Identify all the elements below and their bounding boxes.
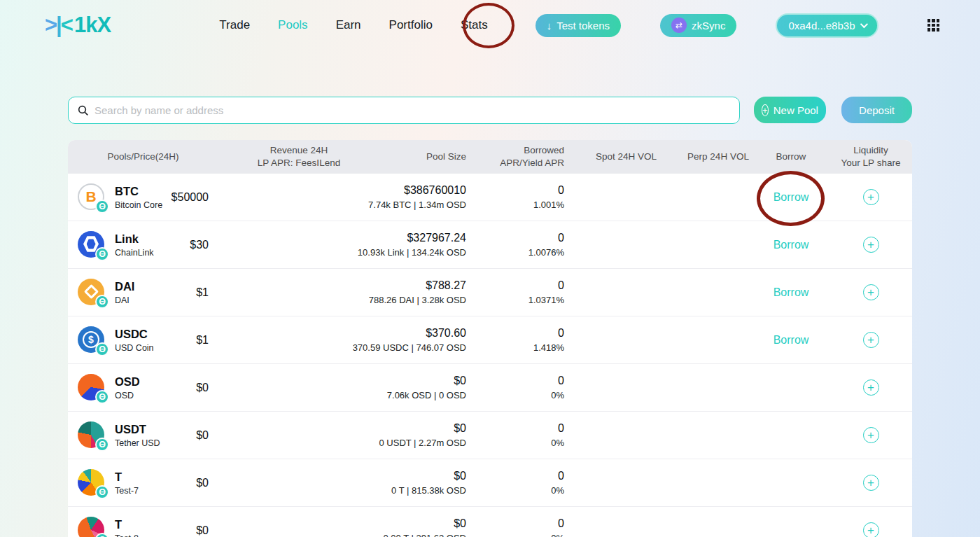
apr-value: 0% [470,485,564,496]
osd-badge-icon: Θ [95,295,109,309]
token-names: USDT Tether USD [115,423,160,448]
token-price: $0 [196,477,209,489]
liquidity-cell: + [830,332,912,348]
pool-size-usd: $0 [341,517,466,530]
borrowed-amount: 0 [470,232,564,244]
borrowed-cell: 0 0% [470,422,568,448]
token-price: $0 [196,429,209,442]
token-names: OSD OSD [115,375,140,400]
column-header-pools: Pools/Price(24H) [68,151,218,163]
network-button[interactable]: ⇄ zkSync [660,14,736,37]
wallet-address-button[interactable]: 0xa4d...e8b3b [776,13,878,38]
nav-item-pools[interactable]: Pools [278,18,308,32]
borrowed-amount: 0 [470,375,564,387]
apr-value: 0% [470,390,564,400]
osd-badge-icon: Θ [95,247,109,261]
pool-size-cell: $0 7.06k OSD | 0 OSD [341,375,470,400]
search-box[interactable] [68,97,740,124]
test-tokens-label: Test tokens [556,20,610,32]
add-liquidity-icon[interactable]: + [863,189,879,205]
table-row[interactable]: Θ T Test-7 $0 $0 0 T | 815.38k OSD 0 0% … [68,459,912,507]
down-arrow-icon: ↓ [547,20,552,32]
liquidity-cell: + [830,522,912,537]
apps-grid-icon[interactable] [927,19,940,32]
deposit-button[interactable]: Deposit [841,97,912,123]
borrow-cell: Borrow [752,239,830,251]
logo-text: 1kX [74,13,111,37]
token-symbol: Link [115,232,154,246]
add-liquidity-icon[interactable]: + [863,237,879,253]
nav-item-portfolio[interactable]: Portfolio [389,18,433,32]
table-row[interactable]: Θ T Test-8 $0 $0 0.00 T | 391.63 OSD 0 0… [68,507,912,537]
deposit-label: Deposit [859,104,895,116]
pool-size-cell: $0 0 USDT | 2.27m OSD [341,422,470,448]
table-row[interactable]: $ $ Θ USDC USD Coin $1 $370.60 370.59 US… [68,316,912,364]
pool-size-cell: $0 0.00 T | 391.63 OSD [341,517,470,537]
plus-circle-icon: + [762,104,769,116]
token-symbol: T [115,470,139,484]
pool-size-usd: $370.60 [341,327,466,340]
token-price: $1 [196,334,209,347]
column-header-spot-vol: Spot 24H VOL [568,151,684,163]
token-symbol: USDC [115,328,154,341]
table-row[interactable]: B B Θ BTC Bitcoin Core $50000 $386760010… [68,174,912,221]
liquidity-cell: + [830,284,912,300]
nav-item-trade[interactable]: Trade [219,18,250,32]
add-liquidity-icon[interactable]: + [863,475,879,491]
pool-size-usd: $0 [341,375,466,387]
pools-toolbar: + New Pool Deposit [68,97,912,124]
test-tokens-button[interactable]: ↓ Test tokens [536,14,621,37]
nav-item-earn[interactable]: Earn [336,18,361,32]
token-icon: Θ [78,469,106,497]
new-pool-button[interactable]: + New Pool [754,97,826,123]
add-liquidity-icon[interactable]: + [863,379,879,396]
borrowed-cell: 0 1.0076% [470,232,568,258]
pool-size-detail: 10.93k Link | 134.24k OSD [341,247,466,258]
token-icon: Θ [78,231,106,259]
osd-badge-icon: Θ [95,390,109,404]
add-liquidity-icon[interactable]: + [863,522,879,537]
table-row[interactable]: Θ USDT Tether USD $0 $0 0 USDT | 2.27m O… [68,412,912,459]
brand-logo[interactable]: >|<1kX [45,13,111,38]
top-nav-bar: >|<1kX Trade Pools Earn Portfolio Stats … [0,0,980,38]
logo-mark: > [45,13,56,37]
borrowed-cell: 0 1.0371% [470,279,568,305]
column-header-pool-size: Pool Size [341,151,470,163]
pool-size-detail: 7.06k OSD | 0 OSD [341,390,466,400]
apr-value: 1.001% [470,200,564,210]
apr-value: 1.0371% [470,295,564,305]
token-name: OSD [115,391,140,400]
token-name: USD Coin [115,343,154,353]
liquidity-cell: + [830,379,912,396]
search-input[interactable] [94,104,730,116]
table-row[interactable]: Θ OSD OSD $0 $0 7.06k OSD | 0 OSD 0 0% + [68,364,912,412]
borrowed-amount: 0 [470,470,564,482]
apr-value: 1.418% [470,342,564,353]
pool-size-cell: $386760010 7.74k BTC | 1.34m OSD [341,184,470,210]
liquidity-cell: + [830,427,912,443]
borrowed-cell: 0 0% [470,470,568,496]
nav-item-stats[interactable]: Stats [461,18,488,32]
token-icon: Θ [78,374,106,402]
pool-size-usd: $788.27 [341,279,466,292]
borrow-link[interactable]: Borrow [774,286,809,298]
token-icon: B B Θ [78,183,106,211]
token-price: $1 [196,286,209,299]
chevron-down-icon [860,20,867,28]
new-pool-label: New Pool [774,104,818,116]
pool-size-detail: 370.59 USDC | 746.07 OSD [341,342,466,353]
add-liquidity-icon[interactable]: + [863,284,879,300]
token-icon: Θ [78,517,106,537]
table-row[interactable]: Θ Link ChainLink $30 $327967.24 10.93k L… [68,221,912,269]
borrow-link[interactable]: Borrow [774,239,809,251]
add-liquidity-icon[interactable]: + [863,332,879,348]
borrow-link[interactable]: Borrow [774,334,809,346]
borrowed-amount: 0 [470,184,564,197]
add-liquidity-icon[interactable]: + [863,427,879,443]
table-row[interactable]: Θ DAI DAI $1 $788.27 788.26 DAI | 3.28k … [68,269,912,316]
borrowed-amount: 0 [470,327,564,340]
osd-badge-icon: Θ [95,200,109,214]
borrow-link[interactable]: Borrow [774,191,809,203]
token-price: $50000 [172,191,209,204]
token-name: Test-8 [115,533,139,537]
